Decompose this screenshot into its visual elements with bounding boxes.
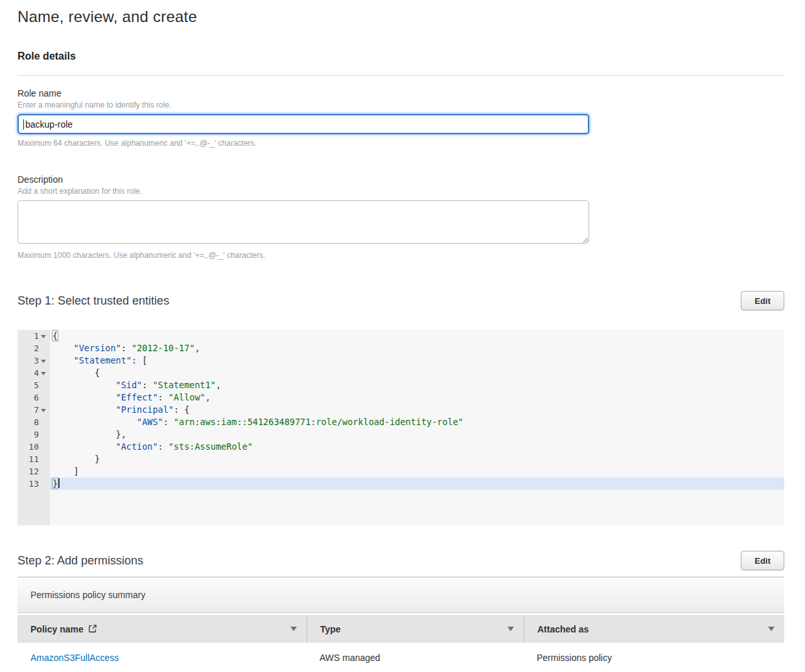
code-line: 11 } — [18, 453, 784, 465]
json-punctuation: : — [121, 343, 132, 353]
code-line-content: ] — [50, 465, 784, 478]
code-line: 7 "Principal": { — [18, 404, 784, 416]
column-header-label: Attached as — [537, 624, 589, 634]
code-line: 6 "Effect": "Allow", — [18, 391, 784, 404]
json-key: "Version" — [74, 343, 121, 353]
table-header-row: Policy nameTypeAttached as — [18, 615, 784, 643]
code-line: 4 { — [18, 367, 784, 379]
json-punctuation: : — [158, 441, 169, 452]
json-punctuation — [52, 441, 116, 452]
panel-title: Permissions policy summary — [30, 590, 145, 600]
column-header-label: Policy name — [30, 624, 97, 634]
column-header-attached-as[interactable]: Attached as — [524, 615, 784, 643]
editor-caret — [58, 478, 60, 488]
code-fold-arrow-icon[interactable] — [41, 372, 46, 375]
step2-edit-button[interactable]: Edit — [741, 551, 784, 570]
line-number: 11 — [18, 453, 50, 465]
line-number: 10 — [18, 441, 50, 453]
json-punctuation — [52, 392, 116, 402]
code-line-content: "Principal": { — [50, 404, 784, 416]
filter-icon[interactable] — [767, 626, 775, 632]
json-value: "Statement1" — [152, 380, 216, 390]
description-label: Description — [18, 174, 784, 185]
step1-heading: Step 1: Select trusted entities — [18, 291, 169, 308]
permissions-table: Policy nameTypeAttached as AmazonS3FullA… — [18, 615, 784, 672]
filter-icon[interactable] — [290, 626, 298, 632]
json-punctuation: ] — [52, 466, 79, 476]
role-name-help: Maximum 64 characters. Use alphanumeric … — [18, 139, 784, 148]
code-line: 12 ] — [18, 465, 784, 478]
json-punctuation: } — [52, 454, 100, 464]
json-punctuation: , — [205, 392, 211, 402]
step1-edit-button[interactable]: Edit — [741, 291, 784, 310]
line-number: 13 — [18, 478, 50, 490]
code-line: 8 "AWS": "arn:aws:iam::541263489771:role… — [18, 416, 784, 428]
step2-header-row: Step 2: Add permissions Edit — [18, 551, 784, 570]
code-line-content: } — [50, 453, 784, 465]
json-key: "Effect" — [116, 392, 158, 402]
json-punctuation — [52, 355, 74, 365]
description-field: Description Add a short explanation for … — [18, 174, 784, 260]
json-punctuation: : { — [174, 404, 189, 415]
json-punctuation: : — [163, 417, 174, 427]
json-value: "2012-10-17" — [132, 343, 195, 353]
json-punctuation — [52, 343, 74, 353]
code-line: 9 }, — [18, 428, 784, 441]
json-key: "Statement" — [74, 355, 132, 365]
line-number: 2 — [18, 342, 50, 354]
line-number: 7 — [18, 404, 50, 416]
line-number: 3 — [18, 354, 50, 367]
json-punctuation: : — [142, 380, 152, 390]
table-row: AmazonS3FullAccessAWS managedPermissions… — [18, 643, 784, 672]
code-line-content: "Action": "sts:AssumeRole" — [50, 441, 784, 453]
filter-icon[interactable] — [507, 626, 515, 632]
code-line-content: }, — [50, 428, 784, 441]
json-punctuation: }, — [52, 429, 126, 439]
json-punctuation: : [ — [132, 355, 147, 365]
permissions-policy-summary-panel: Permissions policy summary Policy nameTy… — [18, 577, 784, 672]
role-name-field: Role name Enter a meaningful name to ide… — [18, 88, 784, 148]
json-punctuation — [52, 380, 116, 390]
json-punctuation: { — [52, 330, 58, 342]
line-number: 12 — [18, 465, 50, 478]
code-line: 1{ — [18, 330, 784, 342]
line-number: 4 — [18, 367, 50, 379]
role-name-hint: Enter a meaningful name to identify this… — [18, 100, 784, 110]
column-header-type[interactable]: Type — [307, 615, 524, 643]
code-fold-arrow-icon[interactable] — [41, 409, 46, 412]
json-value: "sts:AssumeRole" — [169, 441, 253, 452]
code-line-content: "Effect": "Allow", — [50, 391, 784, 404]
external-link-icon — [88, 624, 97, 633]
column-header-policy-name[interactable]: Policy name — [18, 615, 307, 643]
code-line: 3 "Statement": [ — [18, 354, 784, 367]
code-line-content: "Version": "2012-10-17", — [50, 342, 784, 354]
step1-header-row: Step 1: Select trusted entities Edit — [18, 291, 784, 310]
table-body: AmazonS3FullAccessAWS managedPermissions… — [18, 643, 784, 672]
code-line-content: } — [50, 478, 784, 490]
role-details-heading: Role details — [18, 51, 784, 62]
description-help: Maximum 1000 characters. Use alphanumeri… — [18, 251, 784, 260]
text-caret — [23, 119, 24, 130]
json-punctuation: } — [52, 478, 58, 489]
code-line: 5 "Sid": "Statement1", — [18, 379, 784, 391]
line-number: 8 — [18, 416, 50, 428]
line-number: 9 — [18, 428, 50, 441]
policy-name-link[interactable]: AmazonS3FullAccess — [30, 653, 119, 663]
code-line-content: "Statement": [ — [50, 354, 784, 367]
code-fold-arrow-icon[interactable] — [41, 360, 46, 363]
trust-policy-code-editor[interactable]: 1{2 "Version": "2012-10-17",3 "Statement… — [18, 330, 784, 526]
line-number: 1 — [18, 330, 50, 342]
json-key: "Principal" — [116, 404, 174, 415]
description-textarea[interactable] — [18, 200, 589, 244]
code-fold-arrow-icon[interactable] — [41, 335, 46, 338]
code-line: 10 "Action": "sts:AssumeRole" — [18, 441, 784, 453]
role-name-input[interactable] — [18, 114, 589, 134]
description-hint: Add a short explanation for this role. — [18, 187, 784, 196]
code-line: 13} — [18, 478, 784, 490]
json-value: "Allow" — [169, 392, 205, 402]
section-divider — [18, 75, 784, 76]
line-number: 5 — [18, 379, 50, 391]
policy-name-cell: AmazonS3FullAccess — [18, 653, 307, 663]
page-title: Name, review, and create — [18, 8, 784, 26]
code-line-content: { — [50, 330, 784, 342]
